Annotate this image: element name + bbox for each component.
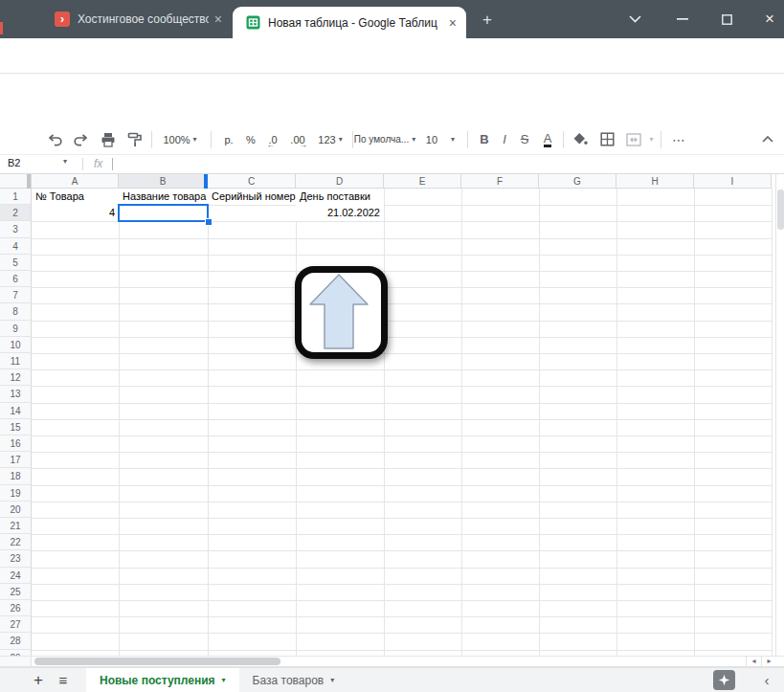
row-header-8[interactable]: 8: [0, 303, 32, 320]
redo-icon[interactable]: [69, 124, 94, 154]
row-header-11[interactable]: 11: [0, 353, 32, 369]
cell-A1[interactable]: № Товара: [32, 189, 119, 205]
add-sheet-button[interactable]: +: [27, 668, 50, 692]
zoom-select[interactable]: 100%▾: [157, 124, 203, 154]
print-icon[interactable]: [96, 124, 121, 154]
gridline-horizontal: [32, 353, 772, 354]
fill-color-icon[interactable]: [568, 124, 593, 154]
text-color-button[interactable]: A: [536, 124, 559, 154]
row-header-6[interactable]: 6: [0, 271, 32, 287]
maximize-window-icon[interactable]: [712, 0, 741, 38]
row-header-16[interactable]: 16: [0, 435, 32, 452]
column-header-I[interactable]: I: [694, 174, 772, 189]
row-header-12[interactable]: 12: [0, 369, 32, 386]
row-header-14[interactable]: 14: [0, 403, 32, 419]
scroll-left-icon[interactable]: ◂: [746, 657, 761, 666]
row-header-24[interactable]: 24: [0, 568, 32, 584]
strikethrough-button[interactable]: S: [513, 124, 536, 154]
row-header-10[interactable]: 10: [0, 337, 32, 353]
sheet-tab-База товаров[interactable]: База товаров▾: [239, 668, 348, 692]
column-header-B[interactable]: B: [119, 174, 208, 189]
row-header-13[interactable]: 13: [0, 386, 32, 402]
row-header-15[interactable]: 15: [0, 419, 32, 435]
expand-panel-chevron-icon[interactable]: ‹: [757, 668, 776, 692]
row-header-5[interactable]: 5: [0, 255, 32, 271]
borders-icon[interactable]: [594, 124, 619, 154]
name-box-chevron-icon[interactable]: ▾: [63, 157, 67, 166]
formula-input-cursor[interactable]: [112, 158, 113, 170]
explore-button[interactable]: [713, 670, 735, 690]
cell-D2[interactable]: 21.02.2022: [296, 205, 384, 221]
row-header-1[interactable]: 1: [0, 189, 32, 205]
vertical-scrollbar-thumb[interactable]: [777, 190, 784, 230]
undo-icon[interactable]: [42, 124, 67, 154]
row-header-21[interactable]: 21: [0, 518, 32, 534]
row-header-20[interactable]: 20: [0, 502, 32, 518]
increase-decimal-button[interactable]: .00→: [283, 124, 312, 154]
font-size-select[interactable]: 10▾: [419, 124, 461, 154]
sheet-tab-chevron-icon[interactable]: ▾: [330, 676, 334, 684]
column-header-C[interactable]: C: [208, 174, 296, 189]
name-box[interactable]: B2: [8, 157, 20, 168]
close-tab-icon[interactable]: ×: [449, 16, 457, 30]
row-header-27[interactable]: 27: [0, 616, 32, 633]
gridline-horizontal: [32, 518, 772, 519]
browser-tab-sheets[interactable]: Новая таблица - Google Таблиц ×: [233, 7, 466, 38]
scroll-right-icon[interactable]: ▸: [761, 657, 776, 666]
row-header-25[interactable]: 25: [0, 584, 32, 600]
sheet-tab-chevron-icon[interactable]: ▾: [222, 676, 226, 684]
column-header-G[interactable]: G: [539, 174, 616, 189]
row-header-28[interactable]: 28: [0, 633, 32, 649]
row-header-4[interactable]: 4: [0, 238, 32, 255]
row-header-2[interactable]: 2: [0, 205, 32, 221]
cell-D1[interactable]: День поставки: [296, 189, 384, 205]
merge-options-chevron-icon[interactable]: ▾: [643, 124, 657, 154]
paint-format-icon[interactable]: [123, 124, 147, 154]
gridline-horizontal: [32, 600, 772, 601]
close-tab-icon[interactable]: ×: [214, 12, 222, 26]
row-header-18[interactable]: 18: [0, 468, 32, 484]
column-header-F[interactable]: F: [461, 174, 539, 189]
cell-B1[interactable]: Название товара: [119, 189, 208, 205]
vertical-scrollbar[interactable]: [775, 174, 784, 656]
fill-handle[interactable]: [205, 218, 213, 226]
row-header-22[interactable]: 22: [0, 534, 32, 550]
row-header-3[interactable]: 3: [0, 221, 32, 237]
decrease-decimal-button[interactable]: .0←: [260, 124, 285, 154]
column-header-D[interactable]: D: [296, 174, 384, 189]
sheet-tab-Новые поступления[interactable]: Новые поступления▾: [86, 668, 239, 692]
font-select[interactable]: По умолча...▾: [356, 124, 414, 154]
close-window-icon[interactable]: ×: [755, 0, 784, 38]
column-header-H[interactable]: H: [616, 174, 694, 189]
percent-format-button[interactable]: %: [239, 124, 262, 154]
row-header-9[interactable]: 9: [0, 321, 32, 337]
gridline-horizontal: [32, 303, 772, 304]
gridline-vertical: [208, 189, 209, 656]
page-edge-artifact: [0, 22, 3, 34]
row-header-19[interactable]: 19: [0, 485, 32, 502]
more-toolbar-button[interactable]: ⋯: [664, 124, 693, 154]
cell-C1[interactable]: Серийный номер: [208, 189, 296, 205]
more-formats-button[interactable]: 123▾: [312, 124, 348, 154]
spreadsheet-grid[interactable]: ABCDEFGHI1234567891011121314151617181920…: [0, 174, 784, 656]
row-header-17[interactable]: 17: [0, 452, 32, 468]
new-tab-button[interactable]: +: [477, 10, 498, 31]
toolbar-separator: [211, 131, 212, 148]
bold-button[interactable]: B: [473, 124, 496, 154]
row-header-26[interactable]: 26: [0, 600, 32, 616]
collapse-toolbar-icon[interactable]: [756, 124, 779, 154]
all-sheets-menu-icon[interactable]: ≡: [52, 668, 75, 692]
column-header-A[interactable]: A: [32, 174, 119, 189]
column-header-E[interactable]: E: [384, 174, 461, 189]
browser-tab-hosting[interactable]: › Хостинговое сообщество «Time ×: [42, 0, 232, 38]
active-cell-outline[interactable]: [118, 204, 209, 222]
row-header-7[interactable]: 7: [0, 287, 32, 303]
currency-format-button[interactable]: р.: [216, 124, 241, 154]
tab-search-icon[interactable]: [620, 0, 649, 38]
horizontal-scrollbar[interactable]: ◂ ▸: [0, 656, 784, 667]
horizontal-scrollbar-thumb[interactable]: [34, 658, 280, 665]
cell-A2[interactable]: 4: [32, 205, 119, 221]
italic-button[interactable]: I: [494, 124, 515, 154]
row-header-23[interactable]: 23: [0, 550, 32, 567]
minimize-window-icon[interactable]: [668, 0, 697, 38]
